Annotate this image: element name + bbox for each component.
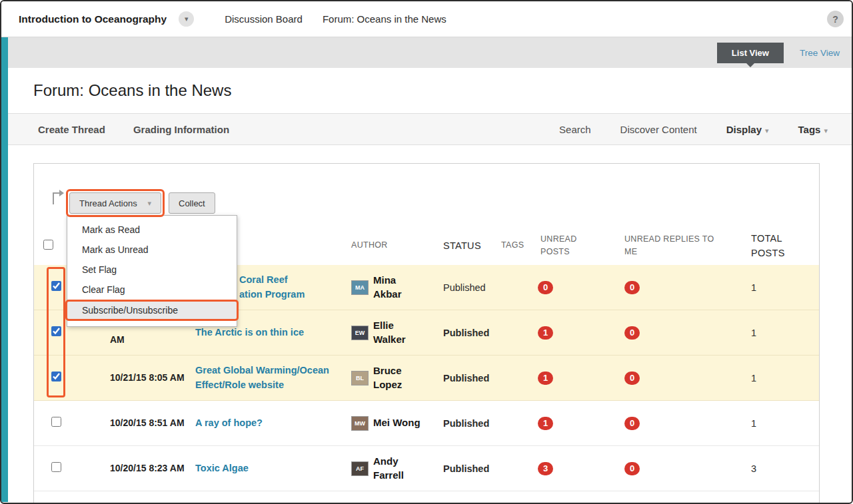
menu-item[interactable]: Subscribe/Unsubscribe <box>65 300 239 321</box>
author-cell: MA Mina Akbar <box>351 274 443 301</box>
create-thread-button[interactable]: Create Thread <box>38 124 105 135</box>
display-dropdown[interactable]: Display▾ <box>726 124 769 135</box>
thread-link[interactable]: Coral Reef ation Program <box>239 273 305 301</box>
course-menu-button[interactable]: ▾ <box>179 11 194 27</box>
unread-posts-badge: 1 <box>538 372 553 385</box>
caret-down-icon: ▾ <box>824 126 828 134</box>
unread-posts-badge: 3 <box>538 462 553 475</box>
thread-status: Published <box>443 373 501 383</box>
page-title: Forum: Oceans in the News <box>33 81 231 100</box>
action-bar-left: Create Thread Grading Information <box>38 124 229 135</box>
total-posts: 3 <box>750 463 803 474</box>
breadcrumb-discussion-board[interactable]: Discussion Board <box>225 13 303 25</box>
thread-status: Published <box>443 328 501 338</box>
author-cell: BL Bruce Lopez <box>351 364 443 391</box>
total-posts: 1 <box>750 373 803 383</box>
row-checkbox[interactable] <box>51 372 61 381</box>
reorder-arrow-icon <box>50 188 66 208</box>
row-checkbox[interactable] <box>51 326 61 336</box>
unread-replies-cell: 0 <box>624 462 750 475</box>
unread-replies-cell: 0 <box>624 281 750 294</box>
unread-replies-badge: 0 <box>624 417 640 430</box>
title-area: Forum: Oceans in the News <box>8 68 852 113</box>
author-avatar: EW <box>351 326 369 340</box>
total-posts-column-header: TOTAL POSTS <box>750 231 803 261</box>
thread-list-panel: Thread Actions ▾ Collect Mark as ReadMar… <box>33 163 820 504</box>
author-avatar: MW <box>351 416 369 431</box>
menu-item[interactable]: Mark as Read <box>67 220 237 240</box>
top-header: Introduction to Oceanography ▾ Discussio… <box>1 1 852 37</box>
thread-actions-menu: Mark as ReadMark as UnreadSet FlagClear … <box>67 215 237 327</box>
unread-replies-cell: 0 <box>624 372 750 385</box>
main-column: List View Tree View Forum: Oceans in the… <box>8 37 852 502</box>
course-title: Introduction to Oceanography <box>19 13 167 25</box>
thread-title-cell: Great Global Warming/Ocean Effect/Role w… <box>195 364 351 391</box>
caret-down-icon: ▾ <box>147 199 151 208</box>
caret-down-icon: ▾ <box>765 126 769 134</box>
content-area: Thread Actions ▾ Collect Mark as ReadMar… <box>8 145 852 502</box>
unread-replies-badge: 0 <box>624 326 640 340</box>
discover-content-button[interactable]: Discover Content <box>620 124 697 135</box>
list-view-tab[interactable]: List View <box>717 43 784 63</box>
author-avatar: AF <box>351 461 369 476</box>
view-toggle-band: List View Tree View <box>8 37 852 68</box>
menu-item[interactable]: Set Flag <box>67 260 237 280</box>
author-cell: EW Ellie Walker <box>351 319 443 346</box>
row-checkbox[interactable] <box>51 417 61 427</box>
tree-view-link[interactable]: Tree View <box>800 48 840 58</box>
author-name: Andy Farrell <box>373 455 426 482</box>
thread-status: Published <box>443 463 501 474</box>
select-all-checkbox[interactable] <box>43 240 53 250</box>
thread-title-cell: The Arctic is on thin ice <box>195 326 351 340</box>
thread-date: 10/21/15 8:05 AM <box>110 371 195 385</box>
collect-button[interactable]: Collect <box>169 192 215 214</box>
row-select-cell <box>43 326 110 339</box>
thread-link[interactable]: Toxic Algae <box>195 461 249 475</box>
menu-item[interactable]: Mark as Unread <box>67 240 237 260</box>
row-checkbox[interactable] <box>51 281 61 291</box>
row-checkbox[interactable] <box>51 462 61 472</box>
body-wrap: List View Tree View Forum: Oceans in the… <box>1 37 852 502</box>
thread-title-cell: Toxic Algae <box>195 461 351 475</box>
thread-link[interactable]: Great Global Warming/Ocean Effect/Role w… <box>195 364 345 391</box>
row-select-cell <box>43 462 110 475</box>
tags-column-header: TAGS <box>501 239 536 252</box>
thread-actions-button[interactable]: Thread Actions ▾ <box>69 192 161 214</box>
thread-link[interactable]: The Arctic is on thin ice <box>195 326 304 340</box>
chevron-down-icon: ▾ <box>185 15 189 23</box>
total-posts: 1 <box>750 418 803 429</box>
unread-replies-cell: 0 <box>624 417 750 430</box>
thread-date: 10/20/15 8:23 AM <box>110 461 195 475</box>
menu-item[interactable]: Clear Flag <box>67 280 237 300</box>
author-name: Ellie Walker <box>373 319 426 346</box>
thread-status: Published <box>443 282 501 293</box>
row-select-cell <box>43 417 110 429</box>
unread-posts-cell: 0 <box>536 281 624 294</box>
unread-posts-cell: 1 <box>536 417 624 430</box>
author-column-header: AUTHOR <box>351 239 443 252</box>
unread-replies-badge: 0 <box>624 372 640 385</box>
unread-posts-cell: 3 <box>536 462 624 475</box>
action-bar-right: Search Discover Content Display▾ Tags▾ <box>559 124 828 135</box>
tags-dropdown[interactable]: Tags▾ <box>798 124 828 135</box>
author-avatar: MA <box>351 280 369 295</box>
unread-posts-column-header: UNREAD POSTS <box>536 233 624 259</box>
author-name: Mei Wong <box>373 416 421 429</box>
view-toggle: List View Tree View <box>717 37 840 68</box>
table-row: 10/20/15 8:23 AM Toxic Algae AF Andy Far… <box>34 446 819 491</box>
grading-information-button[interactable]: Grading Information <box>133 124 229 135</box>
unread-replies-column-header: UNREAD REPLIES TO ME <box>624 233 750 259</box>
thread-title-cell: A ray of hope? <box>195 416 351 430</box>
unread-replies-badge: 0 <box>624 281 640 294</box>
unread-posts-cell: 1 <box>536 372 624 385</box>
search-button[interactable]: Search <box>559 124 591 135</box>
unread-posts-badge: 1 <box>538 417 553 430</box>
unread-posts-cell: 1 <box>536 326 624 340</box>
table-row: 10/21/15 8:05 AM Great Global Warming/Oc… <box>34 356 819 401</box>
total-posts: 1 <box>750 282 803 293</box>
help-button[interactable]: ? <box>827 11 844 27</box>
row-select-cell <box>43 372 110 384</box>
unread-replies-badge: 0 <box>624 462 640 475</box>
thread-link[interactable]: A ray of hope? <box>195 416 263 430</box>
action-bar: Create Thread Grading Information Search… <box>8 113 852 145</box>
